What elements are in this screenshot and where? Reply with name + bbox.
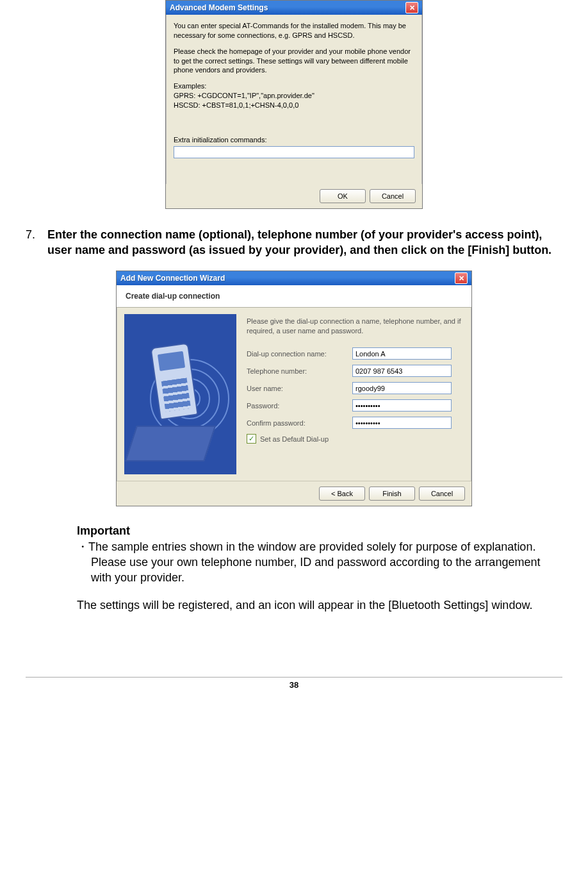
wizard-illustration	[124, 314, 236, 474]
confirm-password-input[interactable]	[352, 417, 452, 429]
result-paragraph: The settings will be registered, and an …	[77, 597, 562, 613]
add-new-connection-wizard-dialog: Add New Connection Wizard ✕ Create dial-…	[116, 270, 472, 506]
footer-rule	[26, 677, 562, 678]
examples-block: Examples: GPRS: +CGDCONT=1,"IP","apn.pro…	[174, 81, 414, 110]
important-bullet: ・The sample entries shown in the window …	[77, 539, 556, 586]
example-gprs: GPRS: +CGDCONT=1,"IP","apn.provider.de"	[174, 92, 314, 99]
important-note: Important ・The sample entries shown in t…	[77, 523, 562, 585]
default-dialup-label: Set as Default Dial-up	[260, 435, 329, 443]
cancel-button[interactable]: Cancel	[419, 487, 465, 501]
advanced-modem-settings-dialog: Advanced Modem Settings ✕ You can enter …	[165, 0, 423, 209]
dialog-button-row: OK Cancel	[166, 184, 422, 208]
wizard-main: Please give the dial-up connection a nam…	[117, 308, 471, 481]
extra-init-label: Extra initialization commands:	[174, 136, 414, 144]
connection-name-input[interactable]	[352, 347, 452, 360]
dialog-paragraph-2: Please check the homepage of your provid…	[174, 47, 414, 76]
extra-init-input[interactable]	[174, 146, 414, 158]
password-label: Password:	[247, 402, 352, 410]
dialog-title: Advanced Modem Settings	[170, 3, 268, 12]
important-text: The sample entries shown in the window a…	[88, 540, 540, 585]
form-row-connection-name: Dial-up connection name:	[247, 347, 461, 360]
wizard-button-row: < Back Finish Cancel	[117, 481, 471, 506]
form-row-confirm-password: Confirm password:	[247, 417, 461, 429]
close-icon[interactable]: ✕	[455, 272, 468, 284]
finish-button[interactable]: Finish	[369, 487, 415, 501]
dialog-paragraph-1: You can enter special AT-Commands for th…	[174, 21, 414, 40]
instruction-step: 7. Enter the connection name (optional),…	[26, 227, 562, 258]
checkbox-icon[interactable]: ✓	[247, 434, 256, 444]
connection-name-label: Dial-up connection name:	[247, 350, 352, 358]
confirm-password-label: Confirm password:	[247, 419, 352, 427]
telephone-label: Telephone number:	[247, 367, 352, 375]
bullet-mark: ・	[77, 540, 88, 553]
document-page: Advanced Modem Settings ✕ You can enter …	[0, 0, 588, 703]
example-hscsd: HSCSD: +CBST=81,0,1;+CHSN-4,0,0,0	[174, 101, 298, 109]
dialog-body: You can enter special AT-Commands for th…	[166, 15, 422, 165]
password-input[interactable]	[352, 399, 452, 412]
form-row-username: User name:	[247, 382, 461, 394]
wizard-title: Add New Connection Wizard	[120, 274, 225, 283]
back-button[interactable]: < Back	[319, 487, 365, 501]
telephone-input[interactable]	[352, 365, 452, 377]
username-label: User name:	[247, 385, 352, 392]
wizard-intro: Please give the dial-up connection a nam…	[247, 317, 461, 336]
wizard-titlebar[interactable]: Add New Connection Wizard ✕	[117, 271, 471, 285]
ok-button[interactable]: OK	[320, 189, 366, 203]
wizard-subtitle: Create dial-up connection	[117, 285, 471, 308]
dialog-titlebar[interactable]: Advanced Modem Settings ✕	[166, 1, 422, 15]
important-heading: Important	[77, 523, 556, 538]
form-row-telephone: Telephone number:	[247, 365, 461, 377]
step-number: 7.	[26, 227, 47, 258]
form-row-password: Password:	[247, 399, 461, 412]
examples-heading: Examples:	[174, 82, 206, 90]
step-text: Enter the connection name (optional), te…	[47, 227, 562, 258]
username-input[interactable]	[352, 382, 452, 394]
page-number: 38	[26, 680, 562, 690]
cancel-button[interactable]: Cancel	[370, 189, 416, 203]
default-dialup-checkbox-row[interactable]: ✓ Set as Default Dial-up	[247, 434, 461, 444]
wizard-form: Please give the dial-up connection a nam…	[236, 314, 464, 474]
close-icon[interactable]: ✕	[405, 2, 418, 13]
